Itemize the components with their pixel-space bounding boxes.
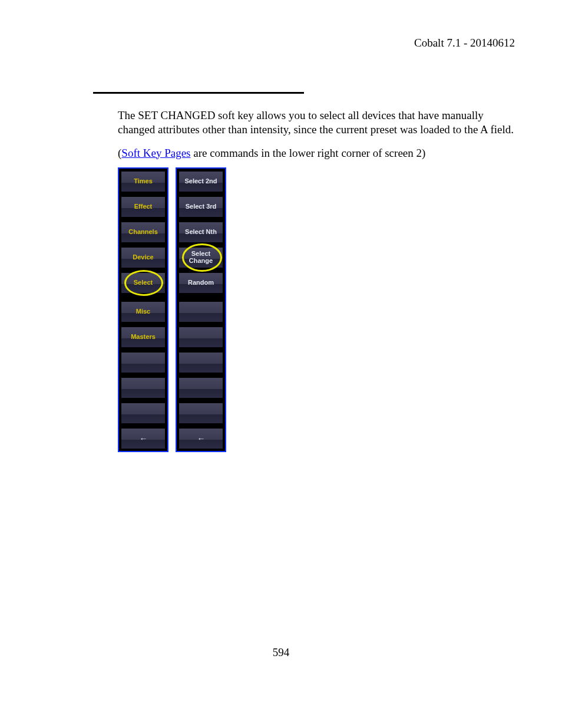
softkey-label: Select 3rd — [184, 203, 218, 210]
softkey-left-masters[interactable]: Masters — [121, 327, 166, 348]
softkey-right-blank[interactable] — [178, 377, 223, 398]
softkey-right-random[interactable]: Random — [178, 272, 223, 294]
softkey-label: Select — [133, 279, 154, 286]
softkey-panel-right: Select 2ndSelect 3rdSelect NthSelectChan… — [176, 167, 226, 452]
header-doc-title: Cobalt 7.1 - 20140612 — [414, 37, 515, 50]
softkey-label: ← — [138, 434, 148, 443]
softkey-label: SelectChange — [188, 251, 214, 264]
paragraph-1: The SET CHANGED soft key allows you to s… — [118, 108, 518, 137]
softkey-panels: TimesEffectChannelsDeviceSelectMiscMaste… — [118, 167, 226, 452]
softkey-right-blank[interactable] — [178, 403, 223, 424]
para2-suffix: are commands in the lower right corner o… — [190, 147, 425, 159]
softkey-left-channels[interactable]: Channels — [121, 222, 166, 243]
softkey-label: Effect — [133, 203, 154, 210]
softkey-right-blank[interactable] — [178, 352, 223, 373]
softkey-label: Select Nth — [184, 229, 218, 236]
soft-key-pages-link[interactable]: Soft Key Pages — [121, 147, 190, 159]
softkey-label: Masters — [130, 334, 157, 341]
softkey-right-blank[interactable] — [178, 301, 223, 322]
softkey-left-effect[interactable]: Effect — [121, 196, 166, 218]
softkey-left-times[interactable]: Times — [121, 171, 166, 192]
softkey-right-select-3rd[interactable]: Select 3rd — [178, 196, 223, 218]
softkey-right-select-nth[interactable]: Select Nth — [178, 222, 223, 243]
softkey-label: Channels — [127, 229, 159, 236]
body-text: The SET CHANGED soft key allows you to s… — [118, 108, 518, 169]
softkey-left-back-arrow[interactable]: ← — [121, 428, 166, 449]
softkey-label: Random — [187, 279, 215, 286]
softkey-right-blank[interactable] — [178, 327, 223, 348]
softkey-left-blank[interactable] — [121, 352, 166, 373]
softkey-label: Select 2nd — [183, 178, 218, 185]
horizontal-rule — [93, 92, 304, 94]
softkey-right-select-2nd[interactable]: Select 2nd — [178, 171, 223, 192]
softkey-right-back-arrow[interactable]: ← — [178, 428, 223, 449]
softkey-left-misc[interactable]: Misc — [121, 301, 166, 322]
softkey-panel-left: TimesEffectChannelsDeviceSelectMiscMaste… — [118, 167, 168, 452]
softkey-left-blank[interactable] — [121, 403, 166, 424]
softkey-left-device[interactable]: Device — [121, 247, 166, 268]
softkey-left-blank[interactable] — [121, 377, 166, 398]
paragraph-2: (Soft Key Pages are commands in the lowe… — [118, 146, 518, 160]
document-page: Cobalt 7.1 - 20140612 The SET CHANGED so… — [0, 0, 562, 728]
softkey-label: ← — [196, 434, 206, 443]
softkey-label: Device — [131, 254, 154, 261]
softkey-left-select[interactable]: Select — [121, 272, 166, 294]
page-number: 594 — [0, 646, 562, 659]
softkey-right-select-change[interactable]: SelectChange — [178, 247, 223, 268]
softkey-label: Misc — [135, 308, 151, 315]
softkey-label: Times — [133, 178, 154, 185]
